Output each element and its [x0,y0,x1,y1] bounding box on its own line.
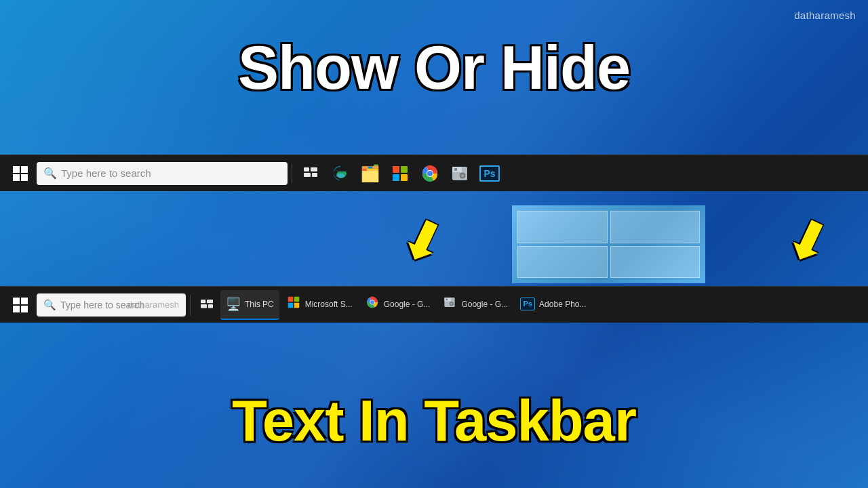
start-button-2[interactable] [5,290,35,320]
svg-rect-20 [208,304,213,308]
search-icon-1: 🔍 [43,167,57,180]
this-pc-icon: 🖥️ [226,297,241,312]
folder-emoji-1: 🗂️ [360,164,380,183]
windows-logo-1 [13,166,28,181]
photoshop-icon-2: Ps [520,298,535,310]
svg-point-16 [462,174,464,176]
ms-store-svg-1 [392,165,408,182]
this-pc-label: This PC [245,300,274,309]
svg-rect-21 [288,297,293,302]
user-hint: datharamesh [127,300,179,310]
svg-rect-30 [446,298,448,300]
taskview-icon-1[interactable] [296,159,325,188]
chrome-svg-2 [366,296,378,308]
chrome-label: Google - G... [384,300,431,309]
svg-point-32 [451,303,452,304]
file-explorer-icon-1[interactable]: 🗂️ [356,159,384,188]
edge-icon-1[interactable] [326,159,355,188]
taskview-icon-2[interactable] [195,291,219,319]
start-button-1[interactable] [5,159,35,188]
ps-label-1: Ps [479,165,499,182]
svg-rect-5 [393,166,399,173]
search-box-1[interactable]: 🔍 Type here to search [37,162,288,185]
watermark: datharamesh [794,9,856,21]
divider-1 [292,163,292,184]
ms-store-item[interactable]: Microsoft S... [281,290,358,320]
photoshop-icon-1[interactable]: Ps [475,159,504,188]
this-pc-item[interactable]: 🖥️ This PC [220,290,279,320]
photoshop-label: Adobe Pho... [539,300,586,309]
svg-rect-14 [454,168,457,171]
search-icon-2: 🔍 [43,299,56,311]
disk-svg-1 [451,165,469,182]
chrome-icon-2 [365,296,380,312]
untitled-label: Google - G... [461,300,508,309]
ms-store-svg-2 [288,296,300,308]
taskview-svg-2 [200,299,214,311]
svg-rect-22 [294,297,299,302]
taskview-svg-1 [303,167,318,180]
svg-point-4 [336,174,344,178]
svg-rect-2 [304,173,311,177]
svg-rect-7 [393,174,399,181]
windows-logo-2 [13,298,28,312]
svg-point-11 [427,171,433,176]
untitled-item[interactable]: Google - G... [437,290,513,320]
chrome-item[interactable]: Google - G... [359,290,436,320]
edge-svg-1 [332,165,349,182]
chrome-icon-1[interactable] [416,159,444,188]
untitled-icon [442,296,457,312]
search-text-1: Type here to search [61,167,151,179]
svg-rect-23 [288,303,293,308]
disk-svg-2 [443,296,456,308]
bottom-title: Text In Taskbar [0,388,868,454]
search-box-2[interactable]: 🔍 Type here to search datharamesh [37,293,186,317]
ms-store-icon-2 [286,296,301,312]
svg-rect-24 [294,303,299,308]
ms-store-icon-1[interactable] [386,159,414,188]
photoshop-item[interactable]: Ps Adobe Pho... [515,290,591,320]
taskbar-2: 🔍 Type here to search datharamesh 🖥️ Thi… [0,286,868,323]
disk-icon-1[interactable] [446,159,474,188]
ps-label-2: Ps [520,298,535,310]
svg-rect-8 [401,174,408,181]
svg-rect-18 [207,299,213,302]
svg-rect-0 [304,167,309,171]
taskbar-1: 🔍 Type here to search [0,155,868,191]
divider-2 [190,295,191,315]
svg-rect-19 [201,304,207,308]
svg-rect-1 [311,167,317,171]
chrome-svg-1 [421,165,439,182]
svg-rect-17 [201,299,205,302]
ms-store-label: Microsoft S... [305,300,353,309]
svg-rect-6 [401,166,408,173]
svg-rect-3 [312,173,317,177]
svg-point-27 [370,300,374,304]
main-title: Show Or Hide [0,37,868,98]
svg-rect-29 [445,298,452,302]
